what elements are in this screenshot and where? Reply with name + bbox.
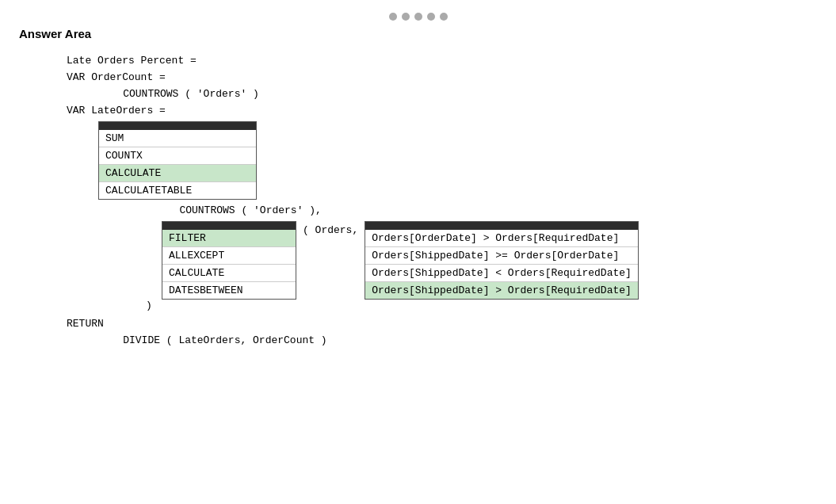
close-paren: ) <box>67 300 817 311</box>
dot-3 <box>414 13 422 21</box>
dropdown2-box[interactable]: FILTER ALLEXCEPT CALCULATE DATESBETWEEN <box>162 221 296 300</box>
conditions-box[interactable]: Orders[OrderDate] > Orders[RequiredDate]… <box>365 221 639 300</box>
pagination-dots <box>19 13 817 21</box>
line-var-lateorders: VAR LateOrders = <box>67 105 817 116</box>
line-late-orders-percent: Late Orders Percent = <box>67 55 817 67</box>
dropdown2-header <box>162 222 296 230</box>
condition-item-4[interactable]: Orders[ShippedDate] > Orders[RequiredDat… <box>365 282 638 299</box>
conditions-header <box>365 222 638 230</box>
line-countrows: COUNTROWS ( 'Orders' ) <box>67 88 817 100</box>
dropdown1-item-calculatetable[interactable]: CALCULATETABLE <box>99 182 256 199</box>
answer-area-title: Answer Area <box>19 27 817 40</box>
dropdown1-item-sum[interactable]: SUM <box>99 130 256 147</box>
dropdown1-item-calculate[interactable]: CALCULATE <box>99 165 256 182</box>
filter-paren-label: ( Orders, <box>303 221 358 236</box>
condition-item-3[interactable]: Orders[ShippedDate] < Orders[RequiredDat… <box>365 265 638 282</box>
dropdown1-header <box>99 122 256 130</box>
line-countrows-inner: COUNTROWS ( 'Orders' ), <box>67 204 817 216</box>
dropdown1-box[interactable]: SUM COUNTX CALCULATE CALCULATETABLE <box>98 121 257 200</box>
dropdown1-item-countx[interactable]: COUNTX <box>99 147 256 165</box>
condition-item-2[interactable]: Orders[ShippedDate] >= Orders[OrderDate] <box>365 247 638 265</box>
dot-1 <box>389 13 397 21</box>
return-section: RETURN DIVIDE ( LateOrders, OrderCount ) <box>67 318 817 346</box>
line-divide: DIVIDE ( LateOrders, OrderCount ) <box>67 334 817 346</box>
dot-5 <box>440 13 448 21</box>
line-return: RETURN <box>67 318 817 330</box>
condition-item-1[interactable]: Orders[OrderDate] > Orders[RequiredDate] <box>365 230 638 247</box>
line-var-ordercount: VAR OrderCount = <box>67 71 817 83</box>
dot-4 <box>427 13 435 21</box>
code-area: Late Orders Percent = VAR OrderCount = C… <box>19 55 817 346</box>
dropdown2-item-calculate[interactable]: CALCULATE <box>162 265 296 282</box>
dropdown1-container: SUM COUNTX CALCULATE CALCULATETABLE <box>67 121 817 200</box>
dropdown2-item-allexcept[interactable]: ALLEXCEPT <box>162 247 296 265</box>
filter-row: FILTER ALLEXCEPT CALCULATE DATESBETWEEN … <box>67 221 817 300</box>
dropdown2-item-datesbetween[interactable]: DATESBETWEEN <box>162 282 296 299</box>
dot-2 <box>402 13 410 21</box>
dropdown2-item-filter[interactable]: FILTER <box>162 230 296 247</box>
